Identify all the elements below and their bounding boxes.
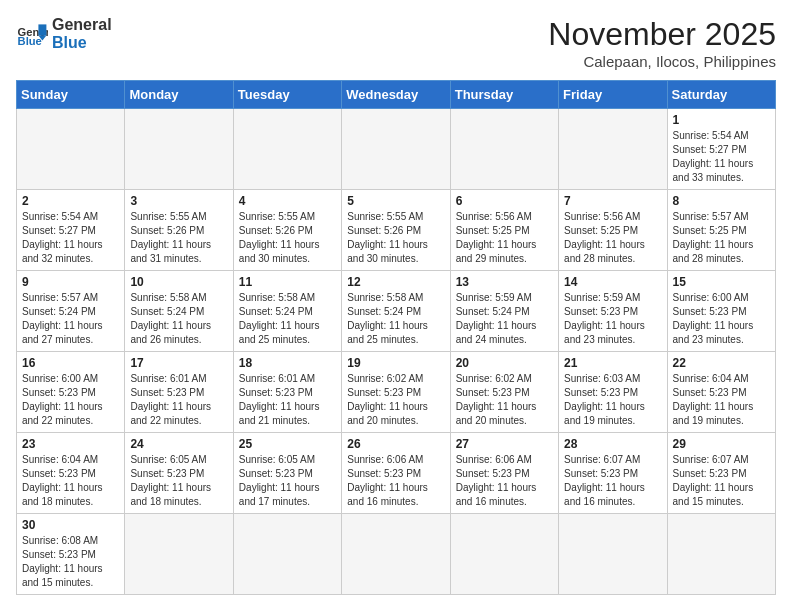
day-number: 17 (130, 356, 227, 370)
cell-sun-info: Sunrise: 5:57 AM Sunset: 5:25 PM Dayligh… (673, 210, 770, 266)
day-number: 21 (564, 356, 661, 370)
cell-sun-info: Sunrise: 6:00 AM Sunset: 5:23 PM Dayligh… (673, 291, 770, 347)
week-row-2: 9Sunrise: 5:57 AM Sunset: 5:24 PM Daylig… (17, 271, 776, 352)
month-title: November 2025 (548, 16, 776, 53)
day-number: 29 (673, 437, 770, 451)
logo-blue: Blue (52, 34, 112, 52)
day-number: 30 (22, 518, 119, 532)
calendar-cell: 29Sunrise: 6:07 AM Sunset: 5:23 PM Dayli… (667, 433, 775, 514)
calendar-cell: 27Sunrise: 6:06 AM Sunset: 5:23 PM Dayli… (450, 433, 558, 514)
calendar-cell: 13Sunrise: 5:59 AM Sunset: 5:24 PM Dayli… (450, 271, 558, 352)
calendar-cell: 23Sunrise: 6:04 AM Sunset: 5:23 PM Dayli… (17, 433, 125, 514)
day-number: 27 (456, 437, 553, 451)
cell-sun-info: Sunrise: 6:06 AM Sunset: 5:23 PM Dayligh… (347, 453, 444, 509)
day-number: 18 (239, 356, 336, 370)
weekday-header-monday: Monday (125, 81, 233, 109)
calendar-table: SundayMondayTuesdayWednesdayThursdayFrid… (16, 80, 776, 595)
calendar-cell: 19Sunrise: 6:02 AM Sunset: 5:23 PM Dayli… (342, 352, 450, 433)
calendar-cell: 22Sunrise: 6:04 AM Sunset: 5:23 PM Dayli… (667, 352, 775, 433)
cell-sun-info: Sunrise: 6:02 AM Sunset: 5:23 PM Dayligh… (456, 372, 553, 428)
cell-sun-info: Sunrise: 5:56 AM Sunset: 5:25 PM Dayligh… (456, 210, 553, 266)
calendar-cell: 7Sunrise: 5:56 AM Sunset: 5:25 PM Daylig… (559, 190, 667, 271)
day-number: 6 (456, 194, 553, 208)
day-number: 1 (673, 113, 770, 127)
day-number: 13 (456, 275, 553, 289)
week-row-1: 2Sunrise: 5:54 AM Sunset: 5:27 PM Daylig… (17, 190, 776, 271)
calendar-cell: 15Sunrise: 6:00 AM Sunset: 5:23 PM Dayli… (667, 271, 775, 352)
cell-sun-info: Sunrise: 6:05 AM Sunset: 5:23 PM Dayligh… (130, 453, 227, 509)
calendar-cell (342, 109, 450, 190)
day-number: 3 (130, 194, 227, 208)
day-number: 22 (673, 356, 770, 370)
week-row-3: 16Sunrise: 6:00 AM Sunset: 5:23 PM Dayli… (17, 352, 776, 433)
day-number: 7 (564, 194, 661, 208)
day-number: 8 (673, 194, 770, 208)
calendar-cell (450, 109, 558, 190)
calendar-cell: 1Sunrise: 5:54 AM Sunset: 5:27 PM Daylig… (667, 109, 775, 190)
cell-sun-info: Sunrise: 5:54 AM Sunset: 5:27 PM Dayligh… (673, 129, 770, 185)
cell-sun-info: Sunrise: 5:58 AM Sunset: 5:24 PM Dayligh… (130, 291, 227, 347)
calendar-cell (233, 109, 341, 190)
calendar-cell: 11Sunrise: 5:58 AM Sunset: 5:24 PM Dayli… (233, 271, 341, 352)
cell-sun-info: Sunrise: 6:01 AM Sunset: 5:23 PM Dayligh… (239, 372, 336, 428)
calendar-cell: 3Sunrise: 5:55 AM Sunset: 5:26 PM Daylig… (125, 190, 233, 271)
title-block: November 2025 Calepaan, Ilocos, Philippi… (548, 16, 776, 70)
cell-sun-info: Sunrise: 5:59 AM Sunset: 5:23 PM Dayligh… (564, 291, 661, 347)
cell-sun-info: Sunrise: 5:55 AM Sunset: 5:26 PM Dayligh… (130, 210, 227, 266)
calendar-cell: 4Sunrise: 5:55 AM Sunset: 5:26 PM Daylig… (233, 190, 341, 271)
cell-sun-info: Sunrise: 5:57 AM Sunset: 5:24 PM Dayligh… (22, 291, 119, 347)
calendar-cell: 8Sunrise: 5:57 AM Sunset: 5:25 PM Daylig… (667, 190, 775, 271)
cell-sun-info: Sunrise: 6:04 AM Sunset: 5:23 PM Dayligh… (22, 453, 119, 509)
cell-sun-info: Sunrise: 5:58 AM Sunset: 5:24 PM Dayligh… (239, 291, 336, 347)
weekday-header-row: SundayMondayTuesdayWednesdayThursdayFrid… (17, 81, 776, 109)
day-number: 12 (347, 275, 444, 289)
calendar-cell: 17Sunrise: 6:01 AM Sunset: 5:23 PM Dayli… (125, 352, 233, 433)
day-number: 5 (347, 194, 444, 208)
day-number: 10 (130, 275, 227, 289)
cell-sun-info: Sunrise: 6:06 AM Sunset: 5:23 PM Dayligh… (456, 453, 553, 509)
logo: General Blue General Blue (16, 16, 112, 51)
cell-sun-info: Sunrise: 6:04 AM Sunset: 5:23 PM Dayligh… (673, 372, 770, 428)
day-number: 4 (239, 194, 336, 208)
calendar-cell: 25Sunrise: 6:05 AM Sunset: 5:23 PM Dayli… (233, 433, 341, 514)
day-number: 2 (22, 194, 119, 208)
cell-sun-info: Sunrise: 5:55 AM Sunset: 5:26 PM Dayligh… (239, 210, 336, 266)
weekday-header-friday: Friday (559, 81, 667, 109)
cell-sun-info: Sunrise: 5:55 AM Sunset: 5:26 PM Dayligh… (347, 210, 444, 266)
location-title: Calepaan, Ilocos, Philippines (548, 53, 776, 70)
calendar-cell (559, 514, 667, 595)
week-row-5: 30Sunrise: 6:08 AM Sunset: 5:23 PM Dayli… (17, 514, 776, 595)
cell-sun-info: Sunrise: 6:07 AM Sunset: 5:23 PM Dayligh… (564, 453, 661, 509)
calendar-cell (125, 514, 233, 595)
logo-icon: General Blue (16, 18, 48, 50)
calendar-cell (667, 514, 775, 595)
calendar-cell (450, 514, 558, 595)
day-number: 26 (347, 437, 444, 451)
header: General Blue General Blue November 2025 … (16, 16, 776, 70)
calendar-cell: 10Sunrise: 5:58 AM Sunset: 5:24 PM Dayli… (125, 271, 233, 352)
cell-sun-info: Sunrise: 6:02 AM Sunset: 5:23 PM Dayligh… (347, 372, 444, 428)
calendar-cell (17, 109, 125, 190)
calendar-cell (125, 109, 233, 190)
weekday-header-sunday: Sunday (17, 81, 125, 109)
calendar-cell: 18Sunrise: 6:01 AM Sunset: 5:23 PM Dayli… (233, 352, 341, 433)
calendar-cell: 16Sunrise: 6:00 AM Sunset: 5:23 PM Dayli… (17, 352, 125, 433)
calendar-cell: 20Sunrise: 6:02 AM Sunset: 5:23 PM Dayli… (450, 352, 558, 433)
cell-sun-info: Sunrise: 6:08 AM Sunset: 5:23 PM Dayligh… (22, 534, 119, 590)
weekday-header-thursday: Thursday (450, 81, 558, 109)
day-number: 16 (22, 356, 119, 370)
weekday-header-tuesday: Tuesday (233, 81, 341, 109)
calendar-cell: 26Sunrise: 6:06 AM Sunset: 5:23 PM Dayli… (342, 433, 450, 514)
day-number: 24 (130, 437, 227, 451)
day-number: 14 (564, 275, 661, 289)
day-number: 11 (239, 275, 336, 289)
day-number: 9 (22, 275, 119, 289)
cell-sun-info: Sunrise: 6:00 AM Sunset: 5:23 PM Dayligh… (22, 372, 119, 428)
svg-text:Blue: Blue (18, 35, 42, 47)
calendar-cell: 12Sunrise: 5:58 AM Sunset: 5:24 PM Dayli… (342, 271, 450, 352)
calendar-cell: 21Sunrise: 6:03 AM Sunset: 5:23 PM Dayli… (559, 352, 667, 433)
cell-sun-info: Sunrise: 6:05 AM Sunset: 5:23 PM Dayligh… (239, 453, 336, 509)
day-number: 28 (564, 437, 661, 451)
calendar-cell (233, 514, 341, 595)
cell-sun-info: Sunrise: 5:56 AM Sunset: 5:25 PM Dayligh… (564, 210, 661, 266)
